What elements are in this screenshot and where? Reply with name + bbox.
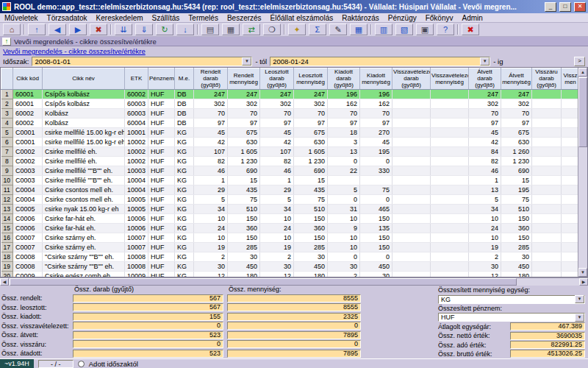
- grid-button[interactable]: ▦: [350, 24, 368, 35]
- period-next-button[interactable]: >: [574, 57, 585, 66]
- table-row[interactable]: 14C0006Csirke far-hát eh.10006HUFKG10150…: [1, 213, 580, 223]
- column-header-cikk-kod[interactable]: Cikk kód: [13, 68, 43, 90]
- menu-item-muveletek[interactable]: Műveletek: [0, 14, 43, 22]
- minimize-button[interactable]: _: [545, 2, 556, 12]
- back-button[interactable]: ◀: [49, 24, 66, 35]
- scroll-left-icon[interactable]: ◀: [0, 278, 9, 286]
- cell: Kolbász: [43, 118, 125, 127]
- chevron-down-icon[interactable]: ▼: [575, 295, 584, 303]
- table-row[interactable]: 13C0005csirke nyak 15.00 kg-r eh10005HUF…: [1, 204, 580, 213]
- keys-button[interactable]: ✦: [288, 24, 306, 35]
- double-down-button[interactable]: ⇊: [115, 24, 132, 35]
- stop-button[interactable]: ✖: [90, 24, 107, 35]
- table-button[interactable]: ▥: [375, 24, 392, 35]
- sum-button[interactable]: Σ: [309, 24, 326, 35]
- recycle-button[interactable]: ↻: [156, 24, 173, 35]
- chevron-down-icon[interactable]: ▼: [575, 314, 584, 322]
- menu-item-szallitas[interactable]: Szállítás: [148, 14, 184, 22]
- column-header-etk[interactable]: ETK: [125, 68, 148, 90]
- column-header-visszavetelezett-darab-gyujto[interactable]: Visszavételezett darab (gyűjtő): [392, 68, 431, 90]
- table-row[interactable]: 17C0007Csirke szárny eh.10007HUFKG192851…: [1, 242, 580, 252]
- column-header-kiadott-darab-gyujto[interactable]: Kiadott darab (gyűjtő): [328, 68, 360, 90]
- down-arrow-button[interactable]: ↓: [176, 24, 194, 35]
- table-row[interactable]: 460002Kolbász60004HUFDB9797979797979797: [1, 118, 580, 127]
- column-header-rendelt-darab-gyujto[interactable]: Rendelt darab (gyűjtő): [194, 68, 228, 90]
- chart-button[interactable]: ▧: [395, 24, 413, 35]
- menu-item-raktarozas[interactable]: Raktározás: [337, 14, 384, 22]
- column-header-atvett-mennyiseg[interactable]: Átvett mennyiség: [501, 68, 532, 90]
- table-row[interactable]: 360002Kolbász60003HUFDB7070707070707070: [1, 108, 580, 118]
- table-row[interactable]: 15C0006Csirke far-hát eh.10006HUFKG24360…: [1, 223, 580, 233]
- calculator-icon: ▦: [227, 25, 234, 34]
- edit-button[interactable]: ✎: [329, 24, 347, 35]
- refresh-button[interactable]: ⇄: [243, 24, 260, 35]
- menu-item-admin[interactable]: Admin: [458, 14, 487, 22]
- column-header-penznem[interactable]: Pénznem: [148, 68, 175, 90]
- table-row[interactable]: 6C0001csirke mellfilé 15.00 kg-r eh10002…: [1, 137, 580, 146]
- table-row[interactable]: 20C0009Csirke egész comb eh.10009HUFKG12…: [1, 271, 580, 277]
- cell: [532, 233, 562, 242]
- table-row[interactable]: 19C0008"Csirke szárny ""B"" eh.10008HUFK…: [1, 261, 580, 271]
- cell: DB: [175, 99, 194, 108]
- search-button[interactable]: ❍: [263, 24, 281, 35]
- chevron-down-icon[interactable]: ▼: [242, 57, 251, 66]
- column-header-atvett-darab-gyujto[interactable]: Átvett darab (gyűjtő): [469, 68, 501, 90]
- menu-item-kereskedelem[interactable]: Kereskedelem: [92, 14, 148, 22]
- close-red-button[interactable]: ✖: [462, 24, 479, 35]
- menu-item-fokonyv[interactable]: Főkönyv: [421, 14, 458, 22]
- print-button[interactable]: ▤: [201, 24, 219, 35]
- import-button[interactable]: ⇓: [135, 24, 153, 35]
- horizontal-scroll-thumb[interactable]: [10, 278, 517, 286]
- column-header-visszaru-darab-gyujto[interactable]: Visszáru darab (gyűjtő): [532, 68, 562, 90]
- maximize-button[interactable]: □: [559, 2, 571, 12]
- column-header-kiadott-mennyiseg[interactable]: Kiadott mennyiség: [360, 68, 392, 90]
- row-number: 17: [1, 242, 13, 252]
- table-row[interactable]: 9C0003Csirke mellfilé ""B"" eh.10003HUFK…: [1, 166, 580, 175]
- column-header-leosztott-darab-gyujto[interactable]: Leosztott darab (gyűjtő): [260, 68, 294, 90]
- table-row[interactable]: 12C0004Csirke csontos mell eh.10005HUFKG…: [1, 194, 580, 204]
- table-row[interactable]: 260001Csípős kolbász60003HUFDB3023023023…: [1, 99, 580, 108]
- calculator-button[interactable]: ▦: [222, 24, 240, 35]
- table-row[interactable]: 18C0008"Csirke szárny ""B"" eh.10008HUFK…: [1, 252, 580, 261]
- menu-item-torzsadatok[interactable]: Törzsadatok: [43, 14, 92, 22]
- menu-bar: MűveletekTörzsadatokKereskedelemSzállítá…: [0, 13, 588, 23]
- column-header-visszavetelezett-mennyiseg[interactable]: Visszavételezett mennyiség: [431, 68, 469, 90]
- navigate-up-icon[interactable]: ↑: [2, 38, 11, 46]
- calendar-button[interactable]: ▣: [416, 24, 434, 35]
- period-radio[interactable]: [78, 361, 85, 367]
- forward-button[interactable]: ▶: [69, 24, 87, 35]
- exit-button[interactable]: ⌂: [3, 24, 21, 35]
- table-row[interactable]: 8C0002Csirke mellfilé eh.10002HUFKG821 2…: [1, 156, 580, 166]
- column-header-rendelt-mennyiseg[interactable]: Rendelt mennyiség: [228, 68, 260, 90]
- vertical-scroll-thumb[interactable]: [578, 77, 587, 147]
- date-to-field[interactable]: 2008-01-24 ▼: [270, 57, 490, 66]
- up-arrow-button[interactable]: ↑: [28, 24, 46, 35]
- help-button[interactable]: ?: [437, 24, 454, 35]
- table-row[interactable]: 160001Csípős kolbász60002HUFDB2472472472…: [1, 89, 580, 99]
- date-from-field[interactable]: 2008-01-01 ▼: [32, 57, 252, 66]
- menu-item-beszerzes[interactable]: Beszerzés: [223, 14, 266, 22]
- menu-item-eloallat-elszamolas[interactable]: Élőállat elszámolás: [266, 14, 338, 22]
- column-header-cikk-nev[interactable]: Cikk név: [43, 68, 125, 90]
- table-row[interactable]: 16C0007Csirke szárny eh.10007HUFKG101501…: [1, 233, 580, 242]
- table-row[interactable]: 10C0003Csirke mellfilé ""B"" eh.10004HUF…: [1, 175, 580, 185]
- currency-select[interactable]: HUF ▼: [438, 313, 585, 322]
- column-header-leosztott-mennyiseg[interactable]: Leosztott mennyiség: [294, 68, 328, 90]
- chevron-down-icon[interactable]: ▼: [480, 57, 490, 66]
- column-header-vissz-men[interactable]: Vissz men: [562, 68, 580, 90]
- menu-item-penzugy[interactable]: Pénzügy: [384, 14, 421, 22]
- horizontal-scrollbar[interactable]: ◀ ▶: [0, 277, 588, 286]
- table-row[interactable]: 5C0001csirke mellfilé 15.00 kg-r eh10001…: [1, 127, 580, 137]
- scroll-down-icon[interactable]: ▼: [578, 268, 587, 277]
- unit-select[interactable]: KG ▼: [438, 295, 585, 304]
- menu-item-termeles[interactable]: Termelés: [184, 14, 223, 22]
- vertical-scrollbar[interactable]: ▲ ▼: [578, 68, 587, 277]
- title-bar[interactable]: ROOL demo::app_teszt::elelmiszerbiztonsa…: [0, 0, 588, 13]
- table-row[interactable]: 11C0004Csirke csontos mell eh.10004HUFKG…: [1, 185, 580, 194]
- scroll-right-icon[interactable]: ▶: [579, 278, 588, 286]
- scroll-up-icon[interactable]: ▲: [578, 68, 587, 77]
- report-link[interactable]: Vevői megrendelés - cikkre összesítve/ér…: [3, 47, 146, 55]
- table-row[interactable]: 7C0002Csirke mellfilé eh.10002HUFKG1071 …: [1, 146, 580, 156]
- close-button[interactable]: ✕: [574, 2, 586, 12]
- column-header-m-e[interactable]: M.e.: [175, 68, 194, 90]
